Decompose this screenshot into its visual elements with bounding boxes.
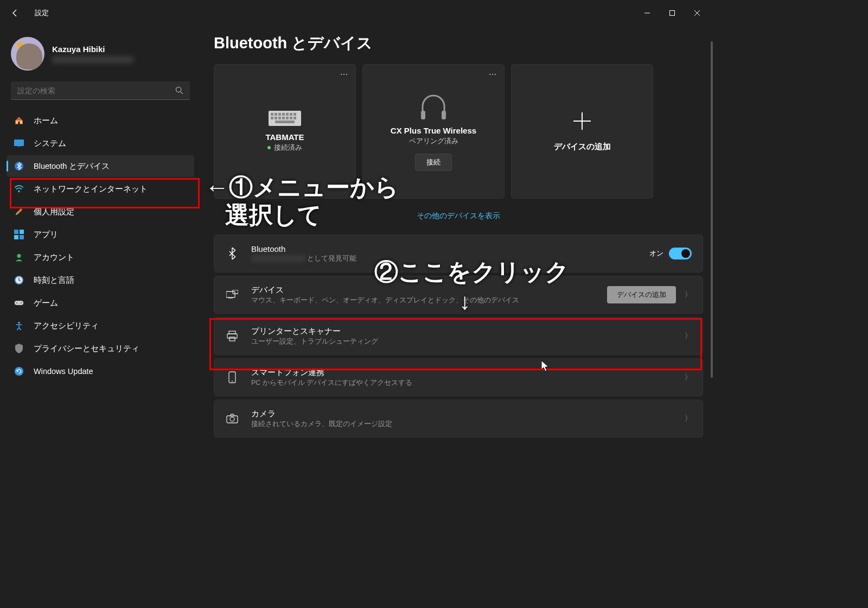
svg-rect-35 [275, 121, 295, 123]
sidebar-item-account[interactable]: アカウント [7, 246, 194, 268]
sidebar-item-privacy[interactable]: プライバシーとセキュリティ [7, 338, 194, 359]
search-icon [175, 86, 183, 94]
sidebar-item-accessibility[interactable]: アクセシビリティ [7, 315, 194, 337]
svg-rect-24 [282, 113, 285, 116]
user-section[interactable]: Kazuya Hibiki [4, 33, 196, 79]
search-box[interactable] [11, 81, 190, 100]
nav-label: プライバシーとセキュリティ [34, 344, 139, 354]
account-icon [14, 252, 24, 262]
sidebar-item-system[interactable]: システム [7, 132, 194, 154]
svg-rect-11 [20, 235, 24, 239]
svg-rect-9 [20, 230, 24, 234]
device-status: 接続済み [267, 143, 302, 153]
nav-label: Bluetooth とデバイス [34, 161, 110, 172]
device-card-tabmate[interactable]: ⋯ TABMATE 接続済み [214, 64, 356, 199]
svg-rect-10 [14, 235, 18, 239]
bluetooth-toggle-row[interactable]: Bluetooth として発見可能 オン [214, 235, 703, 273]
camera-icon [225, 414, 239, 423]
more-icon[interactable]: ⋯ [489, 70, 497, 79]
connect-button[interactable]: 接続 [415, 154, 452, 171]
phone-icon [225, 371, 239, 383]
titlebar: 設定 [0, 0, 714, 26]
svg-rect-29 [275, 117, 277, 119]
status-dot-icon [267, 146, 271, 149]
sidebar-item-update[interactable]: Windows Update [7, 360, 194, 382]
row-sub: PC からモバイル デバイスにすばやくアクセスする [251, 378, 685, 388]
nav-label: 時刻と言語 [34, 275, 74, 286]
phone-link-row[interactable]: スマートフォン連携 PC からモバイル デバイスにすばやくアクセスする 〉 [214, 358, 703, 396]
device-name: CX Plus True Wireless [391, 126, 476, 135]
search-input[interactable] [17, 86, 175, 95]
nav-label: アクセシビリティ [34, 321, 99, 331]
svg-point-16 [16, 302, 17, 303]
toggle-label: オン [649, 249, 663, 258]
nav-label: ゲーム [34, 298, 58, 308]
nav-label: アプリ [34, 230, 58, 240]
device-name: TABMATE [265, 132, 304, 142]
svg-rect-4 [14, 140, 24, 146]
user-email-hidden [52, 56, 133, 64]
sidebar: Kazuya Hibiki ホーム システム Bluetooth とデバイス [0, 26, 201, 495]
nav-label: 個人用設定 [34, 207, 74, 217]
bluetooth-toggle-switch[interactable] [669, 248, 692, 259]
maximize-button[interactable] [660, 4, 685, 22]
add-device-button[interactable]: デバイスの追加 [607, 286, 676, 303]
close-button[interactable] [685, 4, 710, 22]
row-sub: ユーザー設定、トラブルシューティング [251, 337, 685, 346]
bluetooth-icon [225, 248, 239, 259]
printer-icon [225, 331, 239, 341]
svg-rect-34 [293, 117, 296, 119]
brush-icon [14, 207, 24, 217]
nav-label: アカウント [34, 252, 74, 263]
sidebar-item-bluetooth[interactable]: Bluetooth とデバイス [7, 155, 194, 177]
update-icon [14, 366, 24, 376]
devices-row[interactable]: デバイス マウス、キーボード、ペン、オーディオ、ディスプレイとドック、その他のデ… [214, 276, 703, 314]
svg-rect-28 [271, 117, 273, 119]
keyboard-icon [269, 111, 301, 127]
minimize-button[interactable] [635, 4, 660, 22]
svg-point-47 [232, 381, 233, 382]
plus-icon [572, 111, 592, 131]
camera-row[interactable]: カメラ 接続されているカメラ、既定のイメージ設定 〉 [214, 400, 703, 438]
svg-rect-15 [15, 301, 23, 305]
svg-rect-31 [282, 117, 285, 119]
svg-line-3 [181, 92, 183, 94]
sidebar-item-home[interactable]: ホーム [7, 110, 194, 131]
svg-rect-27 [293, 113, 296, 116]
sidebar-item-gaming[interactable]: ゲーム [7, 292, 194, 314]
svg-rect-37 [442, 111, 446, 119]
svg-rect-45 [229, 337, 235, 341]
clock-icon [14, 275, 24, 285]
system-icon [14, 138, 24, 148]
sidebar-item-network[interactable]: ネットワークとインターネット [7, 178, 194, 200]
row-title: プリンターとスキャナー [251, 326, 685, 337]
sidebar-item-apps[interactable]: アプリ [7, 224, 194, 245]
svg-point-18 [18, 322, 20, 324]
nav-label: Windows Update [34, 367, 93, 376]
svg-rect-33 [290, 117, 292, 119]
more-icon[interactable]: ⋯ [340, 70, 349, 79]
scrollbar[interactable] [711, 41, 713, 378]
sidebar-item-time[interactable]: 時刻と言語 [7, 269, 194, 291]
row-title: スマートフォン連携 [251, 368, 685, 378]
apps-icon [14, 230, 24, 239]
svg-rect-44 [227, 334, 237, 338]
printers-row[interactable]: プリンターとスキャナー ユーザー設定、トラブルシューティング 〉 [214, 317, 703, 355]
svg-rect-42 [228, 297, 233, 299]
user-name: Kazuya Hibiki [52, 45, 133, 54]
svg-point-19 [15, 367, 23, 376]
back-button[interactable] [4, 2, 26, 24]
svg-point-17 [21, 302, 22, 303]
add-device-label: デバイスの追加 [554, 142, 611, 152]
show-more-devices-link[interactable]: その他のデバイスを表示 [214, 205, 703, 227]
svg-rect-22 [275, 113, 277, 116]
device-card-cxplus[interactable]: ⋯ CX Plus True Wireless ペアリング済み 接続 [362, 64, 505, 199]
svg-rect-26 [290, 113, 292, 116]
home-icon [14, 116, 24, 125]
nav-label: ホーム [34, 116, 58, 126]
svg-rect-43 [229, 331, 235, 334]
sidebar-item-personalization[interactable]: 個人用設定 [7, 201, 194, 223]
nav-list: ホーム システム Bluetooth とデバイス ネットワークとインターネット … [4, 106, 196, 385]
row-title: Bluetooth [251, 244, 649, 254]
add-device-card[interactable]: デバイスの追加 [511, 64, 653, 199]
